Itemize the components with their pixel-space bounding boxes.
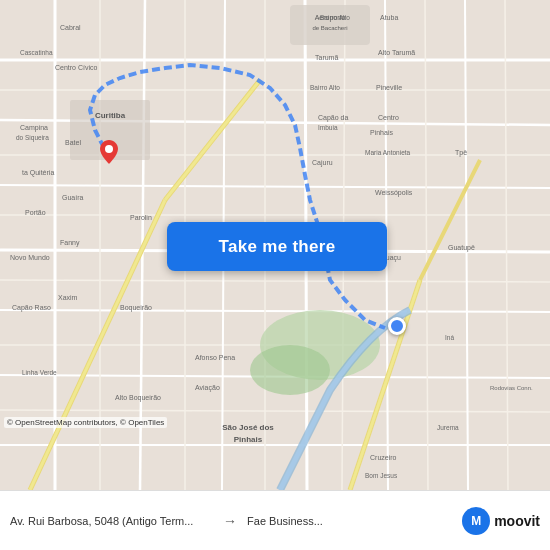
svg-text:Portão: Portão: [25, 209, 46, 216]
map-attribution: © OpenStreetMap contributors, © OpenTile…: [4, 417, 167, 428]
svg-text:Boqueirão: Boqueirão: [120, 304, 152, 312]
route-to: Fae Business...: [247, 515, 450, 527]
svg-text:Cascatinha: Cascatinha: [20, 49, 53, 56]
svg-text:Capão Raso: Capão Raso: [12, 304, 51, 312]
destination-pin: [388, 317, 406, 335]
svg-text:Parolin: Parolin: [130, 214, 152, 221]
svg-text:do Siqueira: do Siqueira: [16, 134, 49, 142]
moovit-initial: M: [471, 514, 481, 528]
route-info: Av. Rui Barbosa, 5048 (Antigo Term...: [10, 515, 213, 527]
svg-text:ta Quitéria: ta Quitéria: [22, 169, 54, 177]
map-area: Aeroporto de Bacacheri Curitiba Cascatin…: [0, 0, 550, 490]
svg-text:Bairro Alto: Bairro Alto: [320, 14, 350, 21]
svg-text:Capão da: Capão da: [318, 114, 348, 122]
svg-text:Iná: Iná: [445, 334, 454, 341]
svg-text:de Bacacheri: de Bacacheri: [312, 25, 347, 31]
svg-text:Cabral: Cabral: [60, 24, 81, 31]
svg-text:Alto Tarumã: Alto Tarumã: [378, 49, 415, 56]
svg-text:Pinhais: Pinhais: [370, 129, 393, 136]
svg-text:Cajuru: Cajuru: [312, 159, 333, 167]
svg-text:Centro Cívico: Centro Cívico: [55, 64, 98, 71]
svg-text:Cruzeiro: Cruzeiro: [370, 454, 397, 461]
svg-text:Guaíra: Guaíra: [62, 194, 84, 201]
svg-point-83: [105, 145, 113, 153]
svg-text:Bairro Alto: Bairro Alto: [310, 84, 340, 91]
svg-text:Centro: Centro: [378, 114, 399, 121]
svg-text:Guatupê: Guatupê: [448, 244, 475, 252]
svg-text:Afonso Pena: Afonso Pena: [195, 354, 235, 361]
app-container: Aeroporto de Bacacheri Curitiba Cascatin…: [0, 0, 550, 550]
moovit-logo: M moovit: [454, 507, 540, 535]
svg-text:Curitiba: Curitiba: [95, 111, 126, 120]
svg-text:Batel: Batel: [65, 139, 81, 146]
svg-text:Fanny: Fanny: [60, 239, 80, 247]
svg-text:Aviação: Aviação: [195, 384, 220, 392]
svg-point-34: [250, 345, 330, 395]
svg-text:Bom Jesus: Bom Jesus: [365, 472, 398, 479]
moovit-logo-circle: M: [462, 507, 490, 535]
svg-text:Rodovias Conn.: Rodovias Conn.: [490, 385, 533, 391]
bottom-bar: Av. Rui Barbosa, 5048 (Antigo Term... → …: [0, 490, 550, 550]
svg-text:São José dos: São José dos: [222, 423, 274, 432]
take-me-there-button[interactable]: Take me there: [167, 222, 387, 271]
svg-text:Xaxim: Xaxim: [58, 294, 78, 301]
svg-text:Maria Antonieta: Maria Antonieta: [365, 149, 411, 156]
svg-text:Alto Boqueirão: Alto Boqueirão: [115, 394, 161, 402]
route-arrow-icon: →: [217, 513, 243, 529]
svg-text:Weissópolis: Weissópolis: [375, 189, 413, 197]
svg-text:Atuba: Atuba: [380, 14, 398, 21]
svg-text:Campina: Campina: [20, 124, 48, 132]
moovit-name: moovit: [494, 513, 540, 529]
svg-text:Tarumã: Tarumã: [315, 54, 338, 61]
svg-text:Imbuia: Imbuia: [318, 124, 338, 131]
svg-text:Tpê: Tpê: [455, 149, 467, 157]
svg-text:Jurema: Jurema: [437, 424, 459, 431]
svg-text:Pineville: Pineville: [376, 84, 402, 91]
origin-pin: [100, 140, 118, 162]
svg-text:Linha Verde: Linha Verde: [22, 369, 57, 376]
button-label: Take me there: [219, 237, 336, 257]
svg-text:Pinhais: Pinhais: [234, 435, 263, 444]
svg-text:Novo Mundo: Novo Mundo: [10, 254, 50, 261]
route-from: Av. Rui Barbosa, 5048 (Antigo Term...: [10, 515, 213, 527]
